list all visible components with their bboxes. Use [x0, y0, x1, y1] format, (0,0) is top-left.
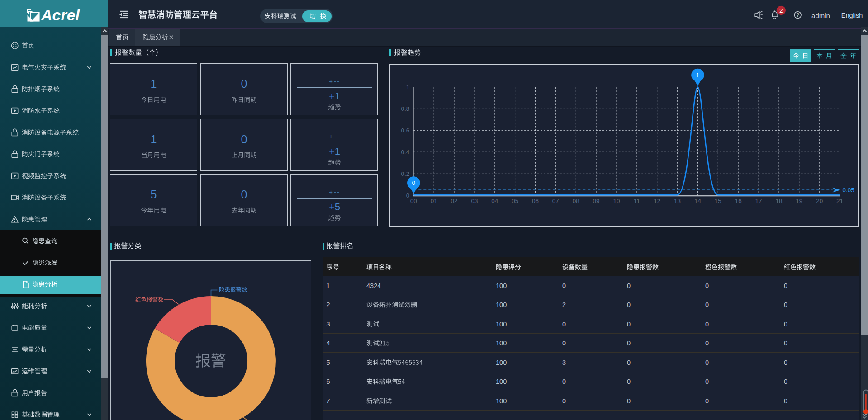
svg-text:100: 100 — [496, 282, 507, 289]
svg-text:+5: +5 — [329, 201, 340, 212]
svg-text:2: 2 — [779, 7, 783, 14]
svg-text:?: ? — [796, 12, 799, 18]
svg-text:+--: +-- — [329, 77, 340, 85]
svg-text:0: 0 — [705, 378, 709, 385]
svg-text:0: 0 — [705, 321, 709, 328]
svg-text:6: 6 — [327, 378, 330, 385]
svg-text:admin: admin — [811, 12, 830, 19]
svg-text:0: 0 — [705, 282, 709, 289]
svg-text:0: 0 — [784, 282, 787, 289]
svg-text:0: 0 — [562, 282, 566, 289]
svg-text:7: 7 — [327, 397, 330, 405]
svg-text:+--: +-- — [329, 188, 340, 196]
svg-text:0: 0 — [562, 378, 566, 385]
svg-text:0: 0 — [627, 378, 631, 385]
svg-text:4324: 4324 — [366, 282, 381, 289]
svg-text:0: 0 — [784, 301, 787, 308]
svg-text:0: 0 — [784, 378, 787, 385]
svg-text:0: 0 — [562, 340, 566, 347]
svg-text:0: 0 — [627, 321, 631, 328]
svg-text:4: 4 — [327, 340, 330, 347]
svg-text:0: 0 — [627, 340, 631, 347]
svg-text:100: 100 — [496, 378, 507, 385]
svg-text:+--: +-- — [329, 132, 340, 140]
svg-text:3: 3 — [562, 359, 566, 366]
svg-text:3: 3 — [327, 321, 330, 328]
svg-text:0: 0 — [562, 397, 566, 405]
svg-text:0: 0 — [784, 397, 787, 405]
svg-text:+1: +1 — [329, 146, 340, 157]
svg-text:100: 100 — [496, 397, 507, 405]
svg-text:0: 0 — [627, 282, 631, 289]
svg-text:100: 100 — [496, 301, 507, 308]
svg-text:+1: +1 — [329, 90, 340, 102]
svg-text:0: 0 — [627, 359, 631, 366]
svg-text:0: 0 — [784, 340, 787, 347]
svg-text:100: 100 — [496, 321, 507, 328]
svg-text:2: 2 — [562, 301, 566, 308]
svg-text:0: 0 — [562, 321, 566, 328]
svg-text:0: 0 — [241, 133, 247, 146]
svg-text:0: 0 — [705, 340, 709, 347]
svg-text:0: 0 — [627, 397, 631, 405]
svg-text:0: 0 — [705, 359, 709, 366]
svg-text:0: 0 — [705, 301, 709, 308]
svg-text:1: 1 — [327, 282, 330, 289]
svg-text:100: 100 — [496, 359, 507, 366]
svg-text:100: 100 — [496, 340, 507, 347]
svg-text:5: 5 — [327, 359, 330, 366]
svg-text:0: 0 — [784, 359, 787, 366]
svg-text:1: 1 — [151, 77, 157, 90]
svg-text:0: 0 — [241, 188, 247, 201]
svg-text:0: 0 — [784, 321, 787, 328]
svg-text:1: 1 — [151, 133, 157, 146]
svg-text:0: 0 — [705, 397, 709, 405]
svg-text:5: 5 — [151, 188, 157, 201]
svg-text:2: 2 — [327, 301, 330, 308]
svg-text:English: English — [841, 12, 863, 19]
svg-text:0: 0 — [241, 77, 247, 90]
svg-text:0: 0 — [627, 301, 631, 308]
